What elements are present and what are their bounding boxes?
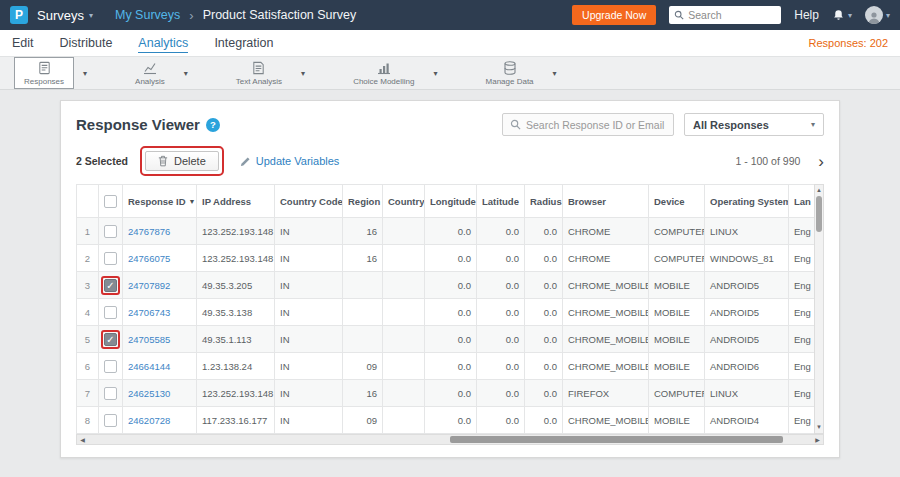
app-root: P Surveys ▾ My Surveys › Product Satisfa… [0, 0, 900, 477]
row-number: 2 [77, 245, 99, 272]
responses-filter-dropdown[interactable]: All Responses ▾ [684, 113, 824, 136]
response-id-link[interactable]: 24707892 [128, 280, 170, 291]
response-id-link[interactable]: 24767876 [128, 226, 170, 237]
topbar-search-input[interactable] [688, 9, 773, 21]
cell: 16 [343, 218, 383, 245]
surveys-menu[interactable]: Surveys ▾ [37, 8, 93, 23]
breadcrumb-my-surveys[interactable]: My Surveys [115, 8, 180, 22]
table-body: 124767876123.252.193.148IN160.00.00.0CHR… [77, 218, 815, 434]
page-title: Response Viewer ? [76, 116, 220, 133]
row-checkbox[interactable] [104, 252, 117, 265]
toolbar-item-main: Manage Data [476, 57, 544, 89]
cell: 0.0 [525, 353, 563, 380]
toolbar-choice-modelling[interactable]: Choice Modelling▾ [343, 57, 437, 89]
row-checkbox[interactable] [104, 306, 117, 319]
cell-response-id: 24664144 [123, 353, 197, 380]
tab-distribute[interactable]: Distribute [60, 36, 113, 50]
cell: LINUX [705, 380, 789, 407]
chevron-down-icon[interactable]: ▾ [434, 69, 438, 78]
toolbar-manage-data[interactable]: Manage Data▾ [476, 57, 557, 89]
col-header-browser[interactable]: Browser [563, 185, 649, 218]
chevron-down-icon: ▾ [848, 11, 852, 20]
checkbox-cell [99, 218, 123, 245]
col-header-country[interactable]: Country [383, 185, 425, 218]
response-id-link[interactable]: 24706743 [128, 307, 170, 318]
cell: 0.0 [477, 407, 525, 434]
response-id-link[interactable]: 24625130 [128, 388, 170, 399]
cell: 0.0 [425, 380, 477, 407]
questionpro-logo[interactable]: P [10, 6, 28, 24]
toolbar-item-label: Text Analysis [236, 77, 282, 86]
toolbar-responses[interactable]: Responses▾ [14, 57, 87, 89]
chevron-down-icon[interactable]: ▾ [83, 69, 87, 78]
horizontal-scrollbar-track[interactable] [88, 435, 812, 444]
cell [383, 272, 425, 299]
toolbar-item-label: Manage Data [486, 77, 534, 86]
cell: CHROME_MOBILE [563, 272, 649, 299]
cell [383, 407, 425, 434]
col-header-country-code[interactable]: Country Code [275, 185, 343, 218]
tab-edit[interactable]: Edit [12, 36, 34, 50]
tab-integration[interactable]: Integration [214, 36, 273, 50]
col-header-region[interactable]: Region [343, 185, 383, 218]
tab-analytics[interactable]: Analytics [138, 36, 188, 50]
toolbar-analysis[interactable]: Analysis▾ [125, 57, 188, 89]
col-header-lan[interactable]: Lan [789, 185, 815, 218]
cell: 0.0 [525, 245, 563, 272]
col-header-radius[interactable]: Radius [525, 185, 563, 218]
horizontal-scrollbar[interactable]: ◀ ▶ [76, 434, 824, 445]
toolbar-item-label: Responses [24, 77, 64, 86]
response-id-link[interactable]: 24705585 [128, 334, 170, 345]
row-checkbox[interactable] [104, 225, 117, 238]
responses-count[interactable]: Responses: 202 [809, 37, 889, 49]
row-number: 7 [77, 380, 99, 407]
col-header-ip-address[interactable]: IP Address [197, 185, 275, 218]
tab-label: Analytics [138, 36, 188, 53]
toolbar-text-analysis[interactable]: Text Analysis▾ [226, 57, 305, 89]
vertical-scrollbar[interactable]: ▲ ▼ [814, 184, 824, 434]
row-checkbox[interactable] [104, 279, 117, 292]
chevron-down-icon[interactable]: ▾ [553, 69, 557, 78]
response-id-link[interactable]: 24620728 [128, 415, 170, 426]
select-all-header[interactable] [99, 185, 123, 218]
response-search-input[interactable] [526, 119, 666, 131]
select-all-checkbox[interactable] [104, 195, 117, 208]
cell: IN [275, 272, 343, 299]
delete-button[interactable]: Delete [145, 151, 219, 171]
cell: Eng [789, 272, 815, 299]
col-header-response-id[interactable]: Response ID▼ [123, 185, 197, 218]
row-number: 1 [77, 218, 99, 245]
col-header-latitude[interactable]: Latitude [477, 185, 525, 218]
scroll-down-icon[interactable]: ▼ [816, 422, 822, 433]
row-checkbox[interactable] [104, 360, 117, 373]
col-header-longitude[interactable]: Longitude [425, 185, 477, 218]
response-id-link[interactable]: 24766075 [128, 253, 170, 264]
chevron-down-icon[interactable]: ▾ [301, 69, 305, 78]
toolbar-item-main: Analysis [125, 57, 175, 89]
pagination: 1 - 100 of 990 › [736, 153, 824, 170]
next-page-button[interactable]: › [818, 153, 824, 170]
scroll-up-icon[interactable]: ▲ [816, 185, 822, 196]
help-icon[interactable]: ? [206, 118, 220, 132]
cell: 123.252.193.148 [197, 218, 275, 245]
notifications-button[interactable]: ▾ [832, 8, 852, 22]
pencil-icon [240, 156, 251, 167]
help-link[interactable]: Help [794, 8, 819, 22]
col-header-operating-system[interactable]: Operating System [705, 185, 789, 218]
scroll-left-icon[interactable]: ◀ [77, 436, 88, 443]
cell: MOBILE [649, 353, 705, 380]
cell: Eng [789, 353, 815, 380]
row-checkbox[interactable] [104, 333, 117, 346]
row-checkbox[interactable] [104, 414, 117, 427]
update-variables-link[interactable]: Update Variables [240, 155, 340, 167]
response-id-link[interactable]: 24664144 [128, 361, 170, 372]
chevron-down-icon[interactable]: ▾ [184, 69, 188, 78]
scroll-right-icon[interactable]: ▶ [812, 436, 823, 443]
bell-icon [832, 8, 845, 22]
upgrade-now-button[interactable]: Upgrade Now [572, 5, 656, 25]
account-menu[interactable]: ▾ [865, 6, 890, 24]
horizontal-scrollbar-thumb[interactable] [450, 436, 783, 443]
vertical-scrollbar-thumb[interactable] [816, 196, 822, 232]
row-checkbox[interactable] [104, 387, 117, 400]
col-header-device[interactable]: Device [649, 185, 705, 218]
